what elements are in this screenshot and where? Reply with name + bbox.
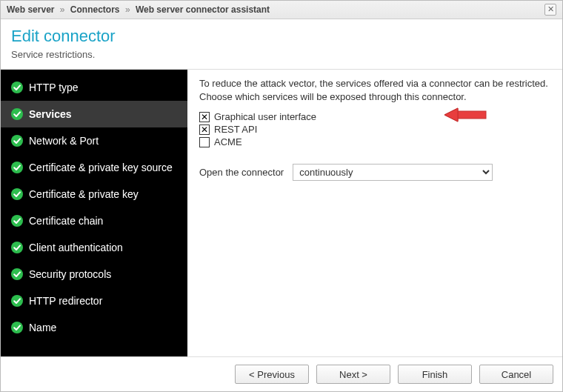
check-circle-icon (11, 268, 23, 280)
check-circle-icon (11, 82, 23, 93)
checkbox-acme[interactable] (199, 137, 210, 147)
svg-point-4 (11, 188, 23, 200)
sidebar-item-http-type[interactable]: HTTP type (1, 74, 187, 101)
breadcrumb-part-1[interactable]: Web server (7, 4, 54, 15)
breadcrumb: Web server » Connectors » Web server con… (7, 4, 270, 15)
check-circle-icon (11, 322, 23, 333)
sidebar-item-label: Name (29, 322, 56, 333)
svg-point-3 (11, 162, 23, 173)
cancel-button[interactable]: Cancel (479, 365, 553, 384)
sidebar-item-client-authentication[interactable]: Client authentication (1, 234, 187, 261)
checkbox-row: ✕Graphical user interface (199, 111, 552, 122)
wizard-window: Web server » Connectors » Web server con… (0, 0, 563, 392)
open-connector-label: Open the connector (199, 167, 284, 178)
description-text: To reduce the attack vector, the service… (199, 77, 552, 104)
page-subtitle: Service restrictions. (11, 49, 552, 60)
svg-point-7 (11, 268, 23, 280)
svg-point-1 (11, 108, 23, 120)
sidebar-item-label: Network & Port (29, 135, 99, 147)
checkbox-label[interactable]: Graphical user interface (214, 111, 316, 122)
checkbox-list: ✕Graphical user interface✕REST APIACME (199, 111, 552, 147)
svg-point-5 (11, 215, 23, 227)
sidebar-item-certificate-private-key-source[interactable]: Certificate & private key source (1, 154, 187, 181)
wizard-header: Edit connector Service restrictions. (1, 19, 562, 66)
breadcrumb-bar: Web server » Connectors » Web server con… (1, 1, 562, 19)
svg-point-9 (11, 322, 23, 333)
content-panel: To reduce the attack vector, the service… (187, 70, 562, 356)
sidebar-item-label: Certificate & private key source (29, 162, 173, 173)
checkbox-label[interactable]: REST API (214, 124, 257, 135)
checkbox-rest-api[interactable]: ✕ (199, 124, 210, 135)
next-button[interactable]: Next > (316, 365, 390, 384)
sidebar-item-certificate-private-key[interactable]: Certificate & private key (1, 181, 187, 207)
sidebar-item-services[interactable]: Services (1, 101, 187, 127)
sidebar-item-label: HTTP redirector (29, 295, 102, 307)
svg-point-8 (11, 295, 23, 307)
sidebar-item-http-redirector[interactable]: HTTP redirector (1, 288, 187, 314)
sidebar-item-label: Services (29, 108, 72, 120)
checkbox-graphical-user-interface[interactable]: ✕ (199, 112, 210, 122)
check-circle-icon (11, 215, 23, 227)
checkbox-row: ACME (199, 136, 552, 147)
check-circle-icon (11, 162, 23, 173)
sidebar-item-security-protocols[interactable]: Security protocols (1, 261, 187, 288)
sidebar-item-label: Client authentication (29, 242, 123, 253)
svg-point-6 (11, 242, 23, 253)
close-button[interactable]: ✕ (544, 4, 556, 16)
check-circle-icon (11, 242, 23, 253)
previous-button[interactable]: < Previous (235, 365, 309, 384)
breadcrumb-separator: » (125, 4, 130, 15)
sidebar-item-label: Security protocols (29, 268, 111, 280)
check-circle-icon (11, 295, 23, 307)
checkbox-row: ✕REST API (199, 124, 552, 135)
sidebar-item-label: Certificate chain (29, 215, 103, 227)
wizard-footer: < Previous Next > Finish Cancel (1, 356, 562, 391)
sidebar-item-label: Certificate & private key (29, 188, 139, 200)
sidebar: HTTP typeServicesNetwork & PortCertifica… (1, 70, 187, 356)
sidebar-item-certificate-chain[interactable]: Certificate chain (1, 207, 187, 234)
sidebar-item-label: HTTP type (29, 82, 79, 93)
svg-point-0 (11, 82, 23, 93)
check-circle-icon (11, 108, 23, 120)
breadcrumb-part-3: Web server connector assistant (136, 4, 270, 15)
sidebar-item-name[interactable]: Name (1, 314, 187, 341)
check-circle-icon (11, 188, 23, 200)
finish-button[interactable]: Finish (398, 365, 472, 384)
breadcrumb-separator: » (60, 4, 65, 15)
breadcrumb-part-2[interactable]: Connectors (70, 4, 120, 15)
checkbox-label[interactable]: ACME (214, 136, 242, 147)
check-circle-icon (11, 135, 23, 147)
wizard-body: HTTP typeServicesNetwork & PortCertifica… (1, 70, 562, 356)
close-icon: ✕ (547, 4, 554, 13)
sidebar-item-network-port[interactable]: Network & Port (1, 127, 187, 154)
svg-point-2 (11, 135, 23, 147)
page-title: Edit connector (11, 27, 552, 46)
open-connector-select[interactable]: continuously (293, 164, 493, 181)
open-connector-row: Open the connector continuously (199, 164, 552, 181)
